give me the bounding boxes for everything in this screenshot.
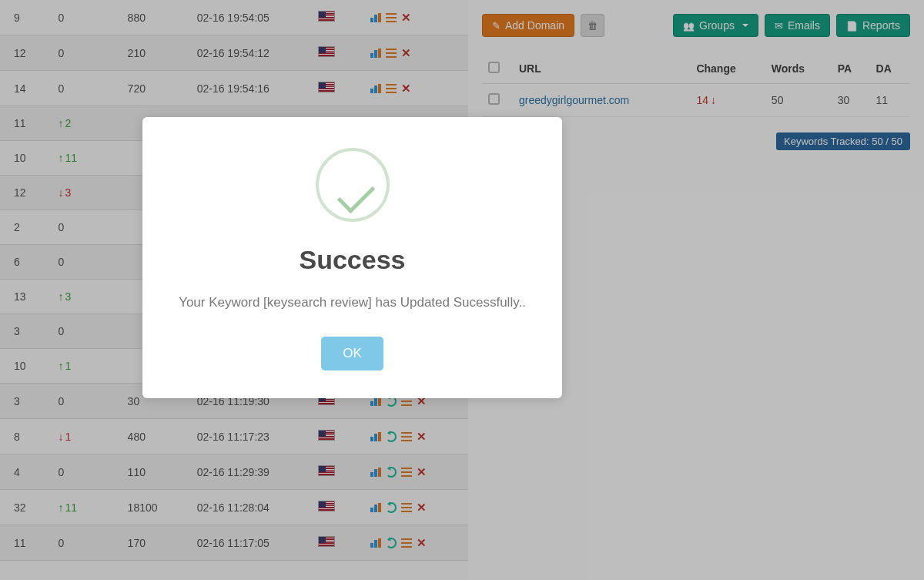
modal-title: Success <box>166 245 539 275</box>
check-icon <box>316 148 390 222</box>
success-modal: Success Your Keyword [keysearch review] … <box>142 117 562 398</box>
ok-button[interactable]: OK <box>321 337 383 370</box>
modal-message: Your Keyword [keysearch review] has Upda… <box>166 295 539 310</box>
